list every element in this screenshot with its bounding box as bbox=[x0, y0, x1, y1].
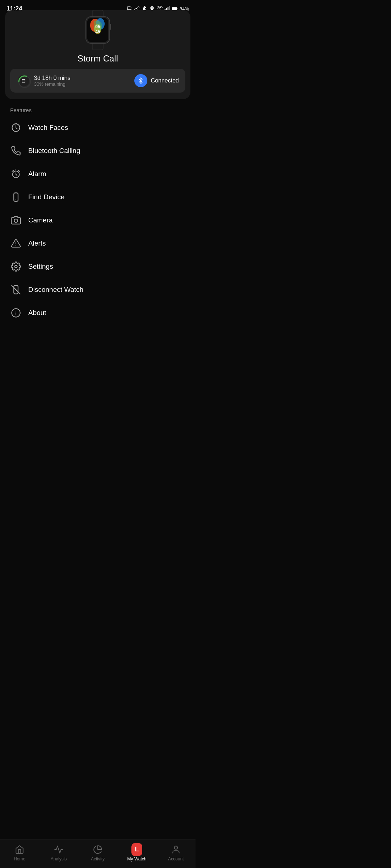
battery-details: 3d 18h 0 mins 30% remaining bbox=[34, 75, 71, 87]
menu-label-watch-faces: Watch Faces bbox=[28, 124, 68, 132]
disconnect-icon bbox=[10, 284, 22, 295]
svg-rect-19 bbox=[15, 123, 16, 124]
menu-item-watch-faces[interactable]: Watch Faces bbox=[10, 116, 185, 139]
menu-label-alerts: Alerts bbox=[28, 239, 46, 247]
menu-item-camera[interactable]: Camera bbox=[10, 209, 185, 232]
svg-line-30 bbox=[12, 285, 20, 294]
svg-text:45: 45 bbox=[95, 29, 100, 34]
menu-label-about: About bbox=[28, 309, 46, 317]
watch-name: Storm Call bbox=[5, 54, 190, 64]
svg-rect-15 bbox=[110, 24, 111, 30]
find-device-icon bbox=[10, 191, 22, 203]
svg-rect-22 bbox=[14, 193, 18, 201]
watch-faces-icon bbox=[10, 122, 22, 133]
settings-icon bbox=[10, 261, 22, 272]
camera-icon bbox=[10, 214, 22, 226]
features-section: Features Watch Faces Bluetooth Calling bbox=[0, 99, 196, 324]
svg-text:05: 05 bbox=[95, 24, 100, 29]
menu-label-alarm: Alarm bbox=[28, 170, 46, 178]
menu-item-settings[interactable]: Settings bbox=[10, 255, 185, 278]
svg-point-27 bbox=[15, 265, 17, 268]
watch-card: 05 45 Storm Call ⊟ 3d 18h 0 mins bbox=[5, 10, 190, 99]
watch-image-container: 05 45 bbox=[5, 10, 190, 50]
menu-label-settings: Settings bbox=[28, 263, 53, 271]
menu-item-disconnect-watch[interactable]: Disconnect Watch bbox=[10, 278, 185, 301]
alerts-icon bbox=[10, 238, 22, 249]
svg-rect-5 bbox=[172, 8, 176, 10]
menu-item-bluetooth-calling[interactable]: Bluetooth Calling bbox=[10, 139, 185, 162]
menu-item-alarm[interactable]: Alarm bbox=[10, 162, 185, 186]
bluetooth-icon bbox=[138, 77, 144, 84]
battery-remaining-text: 30% remaining bbox=[34, 81, 71, 87]
menu-item-alerts[interactable]: Alerts bbox=[10, 232, 185, 255]
menu-item-find-device[interactable]: Find Device bbox=[10, 186, 185, 209]
svg-point-23 bbox=[16, 199, 16, 200]
battery-info: ⊟ 3d 18h 0 mins 30% remaining bbox=[17, 74, 71, 88]
battery-time-text: 3d 18h 0 mins bbox=[34, 75, 71, 81]
battery-circle-icon: ⊟ bbox=[17, 74, 30, 88]
menu-label-disconnect-watch: Disconnect Watch bbox=[28, 286, 83, 294]
menu-label-camera: Camera bbox=[28, 216, 53, 224]
phone-icon bbox=[10, 145, 22, 157]
features-label: Features bbox=[10, 107, 185, 113]
svg-rect-20 bbox=[16, 123, 17, 124]
menu-label-bluetooth-calling: Bluetooth Calling bbox=[28, 147, 80, 155]
watch-illustration: 05 45 bbox=[81, 10, 114, 50]
alarm-icon bbox=[10, 168, 22, 180]
watch-status-bar: ⊟ 3d 18h 0 mins 30% remaining Connected bbox=[10, 69, 185, 93]
svg-point-24 bbox=[14, 219, 17, 222]
menu-label-find-device: Find Device bbox=[28, 193, 64, 201]
menu-item-about[interactable]: About bbox=[10, 301, 185, 324]
bluetooth-connected-icon bbox=[134, 74, 147, 87]
battery-inner-icon: ⊟ bbox=[21, 78, 26, 84]
connected-section: Connected bbox=[134, 74, 179, 87]
about-icon bbox=[10, 307, 22, 319]
connected-text: Connected bbox=[151, 77, 179, 84]
